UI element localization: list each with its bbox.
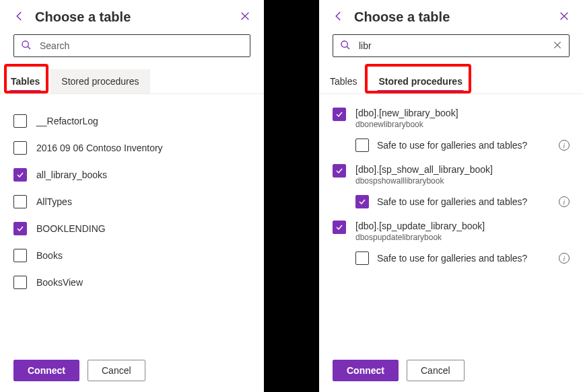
checkbox[interactable] <box>13 222 27 235</box>
back-icon[interactable] <box>13 10 26 24</box>
panel-footer: Connect Cancel <box>0 350 264 392</box>
table-row-label: BooksView <box>36 277 83 288</box>
table-row[interactable]: Books <box>13 242 250 269</box>
checkbox[interactable] <box>13 168 27 182</box>
tab-tables[interactable]: Tables <box>0 69 50 93</box>
search-row <box>0 32 264 67</box>
checkbox[interactable] <box>13 249 27 262</box>
safe-row: Safe to use for galleries and tables?i <box>355 139 570 152</box>
checkbox[interactable] <box>333 221 346 234</box>
table-row[interactable]: AllTypes <box>13 188 250 215</box>
tabs: Tables Stored procedures <box>319 67 583 94</box>
checkbox[interactable] <box>333 164 346 178</box>
stored-proc-item: [dbo].[sp_show_all_library_book]dbospsho… <box>333 164 570 208</box>
checkbox[interactable] <box>333 108 346 121</box>
table-row-label: BOOKLENDING <box>36 223 106 234</box>
stored-proc-item: [dbo].[sp_update_library_book]dbospupdat… <box>333 221 570 265</box>
connect-button[interactable]: Connect <box>13 360 79 381</box>
stored-proc-name: [dbo].[sp_update_library_book] <box>355 221 485 231</box>
cancel-button[interactable]: Cancel <box>407 360 465 381</box>
checkbox[interactable] <box>355 251 369 265</box>
checkbox[interactable] <box>13 141 27 155</box>
clear-search-icon[interactable] <box>553 40 562 52</box>
stored-proc-name: [dbo].[sp_show_all_library_book] <box>355 164 493 175</box>
tab-stored-procedures[interactable]: Stored procedures <box>50 69 149 93</box>
table-row-label: all_library_books <box>36 169 107 180</box>
close-icon[interactable] <box>559 11 570 24</box>
stored-proc-head[interactable]: [dbo].[new_library_book]dbonewlibraryboo… <box>333 108 570 129</box>
search-input[interactable] <box>38 40 243 52</box>
table-row[interactable]: BooksView <box>13 269 250 296</box>
back-icon[interactable] <box>333 10 345 24</box>
table-row-label: __RefactorLog <box>36 116 98 126</box>
checkbox[interactable] <box>13 195 27 208</box>
tab-tables[interactable]: Tables <box>319 69 368 93</box>
tables-list[interactable]: __RefactorLog2016 09 06 Contoso Inventor… <box>0 94 264 350</box>
safe-row: Safe to use for galleries and tables?i <box>355 195 570 208</box>
panel-footer: Connect Cancel <box>319 350 583 392</box>
stored-proc-subtitle: dbospupdatelibrarybook <box>355 233 485 242</box>
table-row-label: 2016 09 06 Contoso Inventory <box>36 143 163 153</box>
table-row-label: AllTypes <box>36 196 72 207</box>
table-row[interactable]: __RefactorLog <box>13 108 250 134</box>
safe-label: Safe to use for galleries and tables? <box>377 140 551 151</box>
stored-proc-head[interactable]: [dbo].[sp_show_all_library_book]dbospsho… <box>333 164 570 186</box>
procs-list[interactable]: [dbo].[new_library_book]dbonewlibraryboo… <box>319 94 583 350</box>
search-icon <box>21 40 32 52</box>
panel-title: Choose a table <box>35 9 230 25</box>
table-row-label: Books <box>36 250 63 261</box>
table-row[interactable]: BOOKLENDING <box>13 215 250 242</box>
stored-proc-head[interactable]: [dbo].[sp_update_library_book]dbospupdat… <box>333 221 570 242</box>
stored-proc-name: [dbo].[new_library_book] <box>355 108 458 118</box>
panel-separator <box>264 0 319 392</box>
stored-proc-item: [dbo].[new_library_book]dbonewlibraryboo… <box>333 108 570 152</box>
info-icon[interactable]: i <box>559 196 570 207</box>
checkbox[interactable] <box>355 195 369 208</box>
panel-title: Choose a table <box>354 9 549 25</box>
panel-right-procs: Choose a table Tables Stored procedures … <box>319 0 583 392</box>
safe-row: Safe to use for galleries and tables?i <box>355 251 570 265</box>
search-box[interactable] <box>333 34 570 57</box>
connect-button[interactable]: Connect <box>333 360 399 381</box>
tabs: Tables Stored procedures <box>0 67 264 94</box>
tab-stored-procedures[interactable]: Stored procedures <box>368 69 473 93</box>
checkbox[interactable] <box>355 139 369 152</box>
search-input[interactable] <box>357 40 546 52</box>
cancel-button[interactable]: Cancel <box>88 360 145 381</box>
panel-left-tables: Choose a table Tables Stored procedures … <box>0 0 264 392</box>
search-icon <box>340 40 351 52</box>
search-row <box>319 32 583 67</box>
svg-point-1 <box>341 41 347 47</box>
info-icon[interactable]: i <box>559 253 570 264</box>
stored-proc-subtitle: dbospshowalllibrarybook <box>355 176 493 186</box>
checkbox[interactable] <box>13 114 27 128</box>
safe-label: Safe to use for galleries and tables? <box>377 253 551 264</box>
close-icon[interactable] <box>240 11 250 24</box>
table-row[interactable]: all_library_books <box>13 161 250 188</box>
svg-point-0 <box>22 41 28 47</box>
checkbox[interactable] <box>13 276 27 289</box>
table-row[interactable]: 2016 09 06 Contoso Inventory <box>13 134 250 161</box>
safe-label: Safe to use for galleries and tables? <box>377 196 551 207</box>
panel-header: Choose a table <box>319 0 583 32</box>
panel-header: Choose a table <box>0 0 264 32</box>
stored-proc-subtitle: dbonewlibrarybook <box>355 120 458 129</box>
search-box[interactable] <box>13 34 250 57</box>
info-icon[interactable]: i <box>559 140 570 151</box>
